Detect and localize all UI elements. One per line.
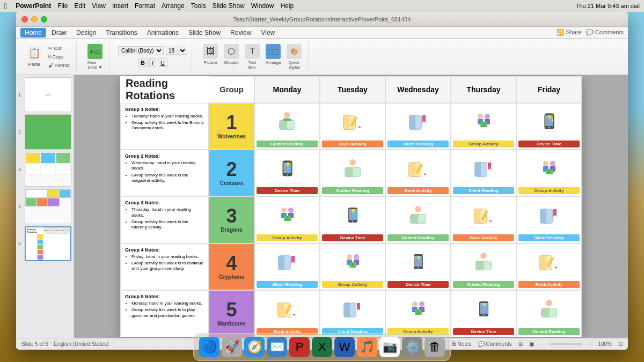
dock-settings[interactable]: ⚙️ — [402, 337, 422, 357]
cut-button[interactable]: ✂ Cut — [46, 45, 72, 52]
window-titlebar: TeachStarter_WeeklyGroupRotationsInterac… — [16, 12, 628, 27]
insert-menu[interactable]: Insert — [112, 2, 128, 10]
notes-button[interactable]: 🖺 Notes — [451, 341, 472, 347]
g2-thu: Silent Reading — [451, 150, 516, 196]
file-menu[interactable]: File — [57, 2, 68, 10]
tab-review[interactable]: Review — [226, 28, 255, 38]
tab-animations[interactable]: Animations — [143, 28, 183, 38]
svg-rect-31 — [552, 119, 553, 122]
close-button[interactable] — [21, 16, 28, 23]
g4-thu-label: Guided Reading — [453, 281, 514, 288]
svg-rect-72 — [352, 209, 355, 212]
tab-home[interactable]: Home — [20, 28, 46, 38]
slide-thumb-1[interactable]: slide — [25, 77, 71, 112]
svg-point-98 — [354, 254, 359, 260]
help-menu[interactable]: Help — [280, 2, 294, 10]
g4-thu: Guided Reading — [451, 243, 516, 290]
format-menu[interactable]: Format — [135, 2, 155, 10]
shapes-button[interactable]: ⬡ Shapes — [222, 43, 241, 71]
tab-design[interactable]: Design — [72, 28, 100, 38]
copy-button[interactable]: ⎘ Copy — [46, 53, 72, 61]
font-size-select[interactable]: 18 — [166, 47, 187, 55]
share-button[interactable]: 🔁 Share — [557, 29, 581, 36]
slide-thumb-3[interactable] — [25, 152, 71, 187]
paste-button[interactable]: 📋 Paste — [25, 45, 44, 68]
quick-styles-button[interactable]: 🎨 QuickStyles — [284, 43, 304, 71]
ppt-main: 1 slide 2 3 — [16, 75, 628, 338]
group-number-2: 2 — [226, 160, 237, 179]
dock-mail[interactable]: ✉️ — [267, 337, 287, 357]
group-number-5: 5 — [226, 300, 237, 320]
tab-transitions[interactable]: Transitions — [101, 28, 141, 38]
new-slide-button[interactable]: +▭ NewSlide ▼ — [85, 43, 105, 71]
header-group: Group — [209, 76, 254, 103]
svg-rect-30 — [548, 119, 551, 122]
dock-word[interactable]: W — [334, 337, 355, 357]
notes-title-1: Group 1 Notes: — [125, 107, 204, 112]
tools-menu[interactable]: Tools — [191, 2, 206, 10]
svg-rect-71 — [349, 209, 352, 212]
svg-point-108 — [480, 253, 487, 259]
zoom-in-button[interactable]: + — [589, 341, 592, 347]
textbox-button[interactable]: T TextBox — [243, 43, 262, 71]
format-button[interactable]: 🖌 Format — [46, 62, 72, 69]
comments-button[interactable]: 💬 Comments — [586, 29, 624, 36]
minimize-button[interactable] — [31, 16, 38, 23]
g1-thu-icon — [472, 105, 496, 139]
g4-tue: Group Activity — [320, 243, 385, 290]
svg-point-56 — [543, 161, 548, 166]
g1-mon-label: Guided Reading — [257, 141, 318, 147]
slide-thumb-2[interactable] — [25, 114, 71, 149]
svg-rect-106 — [418, 256, 420, 259]
g5-wed-icon — [406, 292, 430, 327]
tab-view[interactable]: View — [257, 28, 279, 38]
arrange-menu[interactable]: Arrange — [162, 2, 185, 10]
edit-menu[interactable]: Edit — [74, 2, 85, 10]
svg-rect-8 — [343, 115, 349, 129]
dock-launchpad[interactable]: 🚀 — [222, 337, 242, 357]
g5-fri: Guided Reading — [516, 290, 582, 337]
slide-thumb-4[interactable] — [25, 189, 71, 224]
svg-rect-47 — [409, 162, 415, 176]
view-normal[interactable]: ⊞ — [518, 341, 523, 347]
underline-button[interactable]: U — [158, 58, 167, 67]
g2-tue: Guided Reading — [320, 150, 385, 196]
dock-safari[interactable]: 🧭 — [244, 337, 265, 357]
svg-rect-27 — [548, 115, 551, 119]
tab-draw[interactable]: Draw — [47, 28, 71, 38]
g4-wed-label: Device Time — [387, 281, 449, 288]
zoom-slider[interactable] — [550, 343, 582, 345]
svg-point-130 — [412, 301, 418, 307]
note-3-1: Thursday: hand in your reading books. — [131, 207, 204, 218]
dock-trash[interactable]: 🗑 — [425, 337, 445, 357]
svg-rect-54 — [481, 162, 487, 176]
dock: 🔵 🚀 🧭 ✉️ P X W 🎵 📷 ⚙️ 🗑 — [193, 333, 451, 361]
window-menu[interactable]: Window — [251, 2, 274, 10]
view-menu[interactable]: View — [92, 2, 106, 10]
bold-button[interactable]: B — [138, 58, 148, 67]
comments-status[interactable]: 💬 Comments — [478, 341, 512, 347]
dock-music[interactable]: 🎵 — [357, 337, 377, 357]
dock-powerpoint[interactable]: P — [289, 337, 310, 357]
fit-button[interactable]: ⊡ — [618, 341, 623, 347]
g1-fri-label: Device Time — [518, 141, 580, 147]
dock-photos[interactable]: 📷 — [379, 337, 400, 357]
slide-thumb-5[interactable]: Reading Rotations Mon Tue Wed Thu Fri — [25, 226, 71, 261]
font-family-select[interactable]: Calibri (Body) — [118, 46, 164, 55]
view-slide[interactable]: ▣ — [529, 341, 534, 347]
app-name-menu[interactable]: PowerPoint — [16, 2, 51, 10]
notes-group5: Group 5 Notes: Monday: hand in your read… — [120, 290, 209, 337]
picture-button[interactable]: 🖼 Picture — [201, 43, 220, 71]
dock-finder[interactable]: 🔵 — [199, 337, 219, 357]
arrange-button[interactable]: ⬚⬚ Arrange — [264, 43, 283, 71]
notes-group3: Group 3 Notes: Thursday: hand in your re… — [120, 196, 209, 243]
tab-slideshow[interactable]: Slide Show — [184, 28, 225, 38]
italic-button[interactable]: I — [149, 58, 156, 67]
zoom-out-button[interactable]: − — [540, 341, 544, 347]
maximize-button[interactable] — [41, 16, 47, 23]
slideshow-menu[interactable]: Slide Show — [213, 2, 245, 10]
dock-excel[interactable]: X — [312, 337, 332, 357]
slide-thumb-2-container: 2 — [18, 114, 71, 149]
apple-menu[interactable]:  — [4, 2, 7, 10]
g3-tue: Device Time — [320, 196, 385, 243]
